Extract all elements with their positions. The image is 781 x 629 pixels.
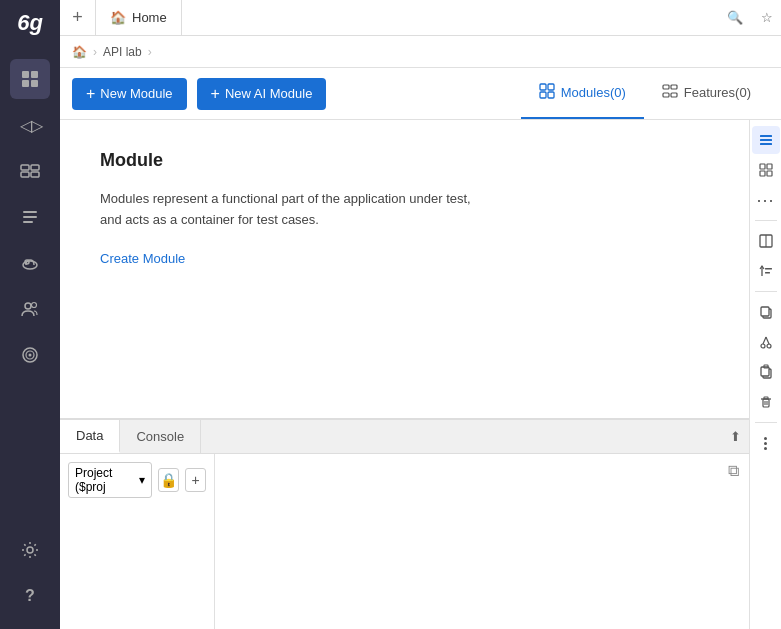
module-title: Module xyxy=(100,150,709,171)
svg-point-13 xyxy=(25,303,31,309)
bottom-upload-button[interactable]: ⬆ xyxy=(722,420,749,453)
home-tab-label: Home xyxy=(132,10,167,25)
list-view-button[interactable] xyxy=(752,126,780,154)
sidebar-item-settings[interactable] xyxy=(10,530,50,570)
content-tabs: Modules(0) Features(0) xyxy=(521,68,769,119)
copy-button[interactable]: ⧉ xyxy=(728,462,739,480)
svg-rect-28 xyxy=(760,139,772,141)
home-tab-icon: 🏠 xyxy=(110,10,126,25)
module-description: Modules represent a functional part of t… xyxy=(100,189,709,231)
main-content: + 🏠 Home 🔍 ☆ 🏠 › API lab › + New Module … xyxy=(60,0,781,629)
svg-rect-51 xyxy=(764,397,768,399)
home-tab[interactable]: 🏠 Home xyxy=(96,0,182,35)
svg-rect-24 xyxy=(671,85,677,89)
sidebar-item-users[interactable] xyxy=(10,289,50,329)
new-ai-module-plus-icon: + xyxy=(211,85,220,103)
grid-view-button[interactable] xyxy=(752,156,780,184)
breadcrumb: 🏠 › API lab › xyxy=(60,36,781,68)
svg-rect-22 xyxy=(548,92,554,98)
svg-rect-21 xyxy=(540,92,546,98)
bottom-panel: Data Console ⬆ Projec xyxy=(60,419,749,629)
paste-icon-button[interactable] xyxy=(752,358,780,386)
svg-rect-4 xyxy=(21,165,29,170)
right-panel: ··· xyxy=(749,120,781,629)
svg-point-42 xyxy=(767,344,771,348)
right-panel-separator-2 xyxy=(755,291,777,292)
svg-rect-25 xyxy=(663,93,669,97)
svg-line-44 xyxy=(766,337,769,344)
bottom-main-panel: ⧉ xyxy=(215,454,749,629)
copy-icon-button[interactable] xyxy=(752,298,780,326)
tab-features[interactable]: Features(0) xyxy=(644,68,769,119)
svg-rect-31 xyxy=(767,164,772,169)
breadcrumb-project[interactable]: API lab xyxy=(103,45,142,59)
options-button[interactable] xyxy=(752,429,780,457)
tab-modules[interactable]: Modules(0) xyxy=(521,68,644,119)
svg-point-17 xyxy=(29,354,32,357)
sidebar-item-modules[interactable] xyxy=(10,59,50,99)
bottom-content: Project ($proj ▾ 🔒 + xyxy=(60,454,749,629)
copy-icon: ⧉ xyxy=(728,462,739,479)
page-view-button[interactable] xyxy=(752,227,780,255)
svg-rect-32 xyxy=(760,171,765,176)
breadcrumb-home-icon: 🏠 xyxy=(72,45,87,59)
tab-data[interactable]: Data xyxy=(60,420,120,453)
svg-rect-3 xyxy=(31,80,38,87)
new-tab-button[interactable]: + xyxy=(60,0,96,35)
features-tab-label: Features(0) xyxy=(684,85,751,100)
star-button[interactable]: ☆ xyxy=(753,0,781,35)
new-module-label: New Module xyxy=(100,86,172,101)
svg-point-18 xyxy=(27,547,33,553)
split-area: Module Modules represent a functional pa… xyxy=(60,120,749,629)
search-button[interactable]: 🔍 xyxy=(717,0,753,35)
modules-tab-label: Modules(0) xyxy=(561,85,626,100)
svg-rect-27 xyxy=(760,135,772,137)
new-ai-module-button[interactable]: + New AI Module xyxy=(197,78,327,110)
svg-rect-48 xyxy=(763,399,769,407)
svg-rect-0 xyxy=(22,71,29,78)
svg-rect-10 xyxy=(23,221,33,223)
svg-rect-7 xyxy=(31,172,39,177)
sidebar-item-help[interactable]: ? xyxy=(10,576,50,616)
bottom-tab-bar: Data Console ⬆ xyxy=(60,420,749,454)
svg-rect-1 xyxy=(31,71,38,78)
sidebar-item-list[interactable] xyxy=(10,197,50,237)
modules-tab-icon xyxy=(539,83,555,102)
module-desc-line1: Modules represent a functional part of t… xyxy=(100,191,471,206)
content-panel: Module Modules represent a functional pa… xyxy=(60,120,749,419)
lock-icon: 🔒 xyxy=(160,472,177,488)
add-icon: + xyxy=(191,472,199,488)
svg-point-14 xyxy=(32,303,37,308)
svg-rect-19 xyxy=(540,84,546,90)
sort-view-button[interactable] xyxy=(752,257,780,285)
create-module-link[interactable]: Create Module xyxy=(100,251,709,266)
svg-rect-8 xyxy=(23,211,37,213)
svg-rect-33 xyxy=(767,171,772,176)
svg-rect-37 xyxy=(765,268,772,270)
more-view-button[interactable]: ··· xyxy=(752,186,780,214)
sidebar-item-nav[interactable]: ◁ ▷ xyxy=(10,105,50,145)
bottom-left-panel: Project ($proj ▾ 🔒 + xyxy=(60,454,215,629)
svg-rect-40 xyxy=(761,307,769,316)
sidebar-item-cloud[interactable] xyxy=(10,243,50,283)
cut-icon-button[interactable] xyxy=(752,328,780,356)
chevron-down-icon: ▾ xyxy=(139,473,145,487)
breadcrumb-arrow: › xyxy=(148,45,152,59)
new-ai-module-label: New AI Module xyxy=(225,86,312,101)
svg-rect-30 xyxy=(760,164,765,169)
new-module-button[interactable]: + New Module xyxy=(72,78,187,110)
lock-button[interactable]: 🔒 xyxy=(158,468,179,492)
add-button[interactable]: + xyxy=(185,468,206,492)
sidebar-item-features[interactable] xyxy=(10,151,50,191)
svg-rect-38 xyxy=(765,272,770,274)
delete-icon-button[interactable] xyxy=(752,388,780,416)
right-panel-separator-3 xyxy=(755,422,777,423)
right-panel-separator-1 xyxy=(755,220,777,221)
sidebar-item-target[interactable] xyxy=(10,335,50,375)
new-module-plus-icon: + xyxy=(86,85,95,103)
breadcrumb-separator: › xyxy=(93,45,97,59)
svg-line-43 xyxy=(763,337,766,344)
data-tab-label: Data xyxy=(76,428,103,443)
tab-console[interactable]: Console xyxy=(120,420,201,453)
project-selector[interactable]: Project ($proj ▾ xyxy=(68,462,152,498)
